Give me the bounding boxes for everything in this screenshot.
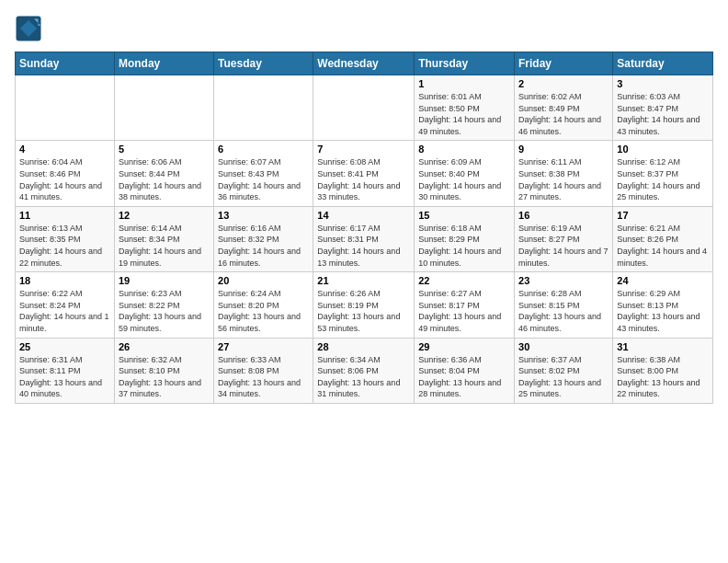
logo-icon bbox=[15, 15, 42, 42]
day-cell: 3 Sunrise: 6:03 AM Sunset: 8:47 PM Dayli… bbox=[613, 75, 713, 141]
day-number: 30 bbox=[518, 341, 609, 352]
day-number: 1 bbox=[418, 78, 510, 89]
day-cell bbox=[114, 75, 213, 141]
day-info: Sunrise: 6:12 AM Sunset: 8:37 PM Dayligh… bbox=[617, 156, 709, 202]
header bbox=[15, 15, 713, 42]
day-info: Sunrise: 6:37 AM Sunset: 8:02 PM Dayligh… bbox=[518, 354, 609, 400]
calendar-header-row: SundayMondayTuesdayWednesdayThursdayFrid… bbox=[16, 52, 713, 75]
day-cell: 9 Sunrise: 6:11 AM Sunset: 8:38 PM Dayli… bbox=[515, 141, 613, 206]
day-info: Sunrise: 6:23 AM Sunset: 8:22 PM Dayligh… bbox=[119, 288, 210, 334]
day-number: 31 bbox=[617, 341, 709, 352]
week-row-2: 4 Sunrise: 6:04 AM Sunset: 8:46 PM Dayli… bbox=[16, 141, 713, 206]
day-info: Sunrise: 6:17 AM Sunset: 8:31 PM Dayligh… bbox=[317, 223, 410, 269]
day-number: 10 bbox=[617, 144, 709, 155]
header-friday: Friday bbox=[515, 52, 613, 75]
day-info: Sunrise: 6:26 AM Sunset: 8:19 PM Dayligh… bbox=[317, 288, 410, 334]
day-info: Sunrise: 6:08 AM Sunset: 8:41 PM Dayligh… bbox=[317, 156, 410, 202]
day-info: Sunrise: 6:02 AM Sunset: 8:49 PM Dayligh… bbox=[518, 91, 609, 137]
day-number: 29 bbox=[418, 341, 510, 352]
day-info: Sunrise: 6:36 AM Sunset: 8:04 PM Dayligh… bbox=[418, 354, 510, 400]
day-cell: 8 Sunrise: 6:09 AM Sunset: 8:40 PM Dayli… bbox=[415, 141, 515, 206]
day-cell: 18 Sunrise: 6:22 AM Sunset: 8:24 PM Dayl… bbox=[16, 272, 115, 338]
day-number: 9 bbox=[518, 144, 609, 155]
day-number: 16 bbox=[518, 210, 609, 221]
day-number: 24 bbox=[617, 275, 709, 286]
day-number: 26 bbox=[119, 341, 210, 352]
day-info: Sunrise: 6:09 AM Sunset: 8:40 PM Dayligh… bbox=[418, 156, 510, 202]
logo bbox=[15, 15, 46, 42]
day-cell: 26 Sunrise: 6:32 AM Sunset: 8:10 PM Dayl… bbox=[114, 338, 213, 403]
day-cell: 2 Sunrise: 6:02 AM Sunset: 8:49 PM Dayli… bbox=[515, 75, 613, 141]
day-number: 17 bbox=[617, 210, 709, 221]
day-number: 3 bbox=[617, 78, 709, 89]
day-cell: 28 Sunrise: 6:34 AM Sunset: 8:06 PM Dayl… bbox=[313, 338, 415, 403]
day-number: 22 bbox=[418, 275, 510, 286]
day-cell: 13 Sunrise: 6:16 AM Sunset: 8:32 PM Dayl… bbox=[214, 206, 313, 271]
day-info: Sunrise: 6:32 AM Sunset: 8:10 PM Dayligh… bbox=[119, 354, 210, 400]
day-cell: 29 Sunrise: 6:36 AM Sunset: 8:04 PM Dayl… bbox=[415, 338, 515, 403]
day-cell: 5 Sunrise: 6:06 AM Sunset: 8:44 PM Dayli… bbox=[114, 141, 213, 206]
day-cell: 17 Sunrise: 6:21 AM Sunset: 8:26 PM Dayl… bbox=[613, 206, 713, 271]
day-info: Sunrise: 6:11 AM Sunset: 8:38 PM Dayligh… bbox=[518, 156, 609, 202]
day-info: Sunrise: 6:27 AM Sunset: 8:17 PM Dayligh… bbox=[418, 288, 510, 334]
day-number: 6 bbox=[218, 144, 309, 155]
day-cell: 15 Sunrise: 6:18 AM Sunset: 8:29 PM Dayl… bbox=[415, 206, 515, 271]
day-cell: 24 Sunrise: 6:29 AM Sunset: 8:13 PM Dayl… bbox=[613, 272, 713, 338]
day-cell: 31 Sunrise: 6:38 AM Sunset: 8:00 PM Dayl… bbox=[613, 338, 713, 403]
header-thursday: Thursday bbox=[415, 52, 515, 75]
day-number: 8 bbox=[418, 144, 510, 155]
day-info: Sunrise: 6:07 AM Sunset: 8:43 PM Dayligh… bbox=[218, 156, 309, 202]
day-cell: 12 Sunrise: 6:14 AM Sunset: 8:34 PM Dayl… bbox=[114, 206, 213, 271]
day-info: Sunrise: 6:06 AM Sunset: 8:44 PM Dayligh… bbox=[119, 156, 210, 202]
day-cell bbox=[16, 75, 115, 141]
week-row-4: 18 Sunrise: 6:22 AM Sunset: 8:24 PM Dayl… bbox=[16, 272, 713, 338]
day-info: Sunrise: 6:28 AM Sunset: 8:15 PM Dayligh… bbox=[518, 288, 609, 334]
day-info: Sunrise: 6:21 AM Sunset: 8:26 PM Dayligh… bbox=[617, 223, 709, 269]
day-info: Sunrise: 6:38 AM Sunset: 8:00 PM Dayligh… bbox=[617, 354, 709, 400]
day-number: 13 bbox=[218, 210, 309, 221]
day-number: 7 bbox=[317, 144, 410, 155]
week-row-3: 11 Sunrise: 6:13 AM Sunset: 8:35 PM Dayl… bbox=[16, 206, 713, 271]
day-number: 12 bbox=[119, 210, 210, 221]
day-cell: 22 Sunrise: 6:27 AM Sunset: 8:17 PM Dayl… bbox=[415, 272, 515, 338]
day-cell: 10 Sunrise: 6:12 AM Sunset: 8:37 PM Dayl… bbox=[613, 141, 713, 206]
day-info: Sunrise: 6:14 AM Sunset: 8:34 PM Dayligh… bbox=[119, 223, 210, 269]
day-number: 14 bbox=[317, 210, 410, 221]
day-number: 4 bbox=[19, 144, 110, 155]
day-number: 18 bbox=[19, 275, 110, 286]
calendar-table: SundayMondayTuesdayWednesdayThursdayFrid… bbox=[15, 52, 713, 404]
day-cell: 4 Sunrise: 6:04 AM Sunset: 8:46 PM Dayli… bbox=[16, 141, 115, 206]
day-cell: 20 Sunrise: 6:24 AM Sunset: 8:20 PM Dayl… bbox=[214, 272, 313, 338]
day-number: 20 bbox=[218, 275, 309, 286]
header-sunday: Sunday bbox=[16, 52, 115, 75]
day-number: 28 bbox=[317, 341, 410, 352]
day-info: Sunrise: 6:31 AM Sunset: 8:11 PM Dayligh… bbox=[19, 354, 110, 400]
day-cell: 14 Sunrise: 6:17 AM Sunset: 8:31 PM Dayl… bbox=[313, 206, 415, 271]
day-info: Sunrise: 6:18 AM Sunset: 8:29 PM Dayligh… bbox=[418, 223, 510, 269]
day-number: 25 bbox=[19, 341, 110, 352]
header-saturday: Saturday bbox=[613, 52, 713, 75]
day-info: Sunrise: 6:01 AM Sunset: 8:50 PM Dayligh… bbox=[418, 91, 510, 137]
day-info: Sunrise: 6:04 AM Sunset: 8:46 PM Dayligh… bbox=[19, 156, 110, 202]
day-number: 2 bbox=[518, 78, 609, 89]
day-number: 5 bbox=[119, 144, 210, 155]
day-cell: 11 Sunrise: 6:13 AM Sunset: 8:35 PM Dayl… bbox=[16, 206, 115, 271]
day-number: 11 bbox=[19, 210, 110, 221]
day-info: Sunrise: 6:16 AM Sunset: 8:32 PM Dayligh… bbox=[218, 223, 309, 269]
day-cell: 27 Sunrise: 6:33 AM Sunset: 8:08 PM Dayl… bbox=[214, 338, 313, 403]
header-monday: Monday bbox=[114, 52, 213, 75]
day-info: Sunrise: 6:34 AM Sunset: 8:06 PM Dayligh… bbox=[317, 354, 410, 400]
day-number: 21 bbox=[317, 275, 410, 286]
day-info: Sunrise: 6:24 AM Sunset: 8:20 PM Dayligh… bbox=[218, 288, 309, 334]
day-cell: 19 Sunrise: 6:23 AM Sunset: 8:22 PM Dayl… bbox=[114, 272, 213, 338]
day-info: Sunrise: 6:22 AM Sunset: 8:24 PM Dayligh… bbox=[19, 288, 110, 334]
day-number: 19 bbox=[119, 275, 210, 286]
day-cell: 16 Sunrise: 6:19 AM Sunset: 8:27 PM Dayl… bbox=[515, 206, 613, 271]
day-cell: 21 Sunrise: 6:26 AM Sunset: 8:19 PM Dayl… bbox=[313, 272, 415, 338]
day-number: 27 bbox=[218, 341, 309, 352]
day-info: Sunrise: 6:29 AM Sunset: 8:13 PM Dayligh… bbox=[617, 288, 709, 334]
week-row-1: 1 Sunrise: 6:01 AM Sunset: 8:50 PM Dayli… bbox=[16, 75, 713, 141]
day-cell: 30 Sunrise: 6:37 AM Sunset: 8:02 PM Dayl… bbox=[515, 338, 613, 403]
day-info: Sunrise: 6:19 AM Sunset: 8:27 PM Dayligh… bbox=[518, 223, 609, 269]
day-info: Sunrise: 6:33 AM Sunset: 8:08 PM Dayligh… bbox=[218, 354, 309, 400]
